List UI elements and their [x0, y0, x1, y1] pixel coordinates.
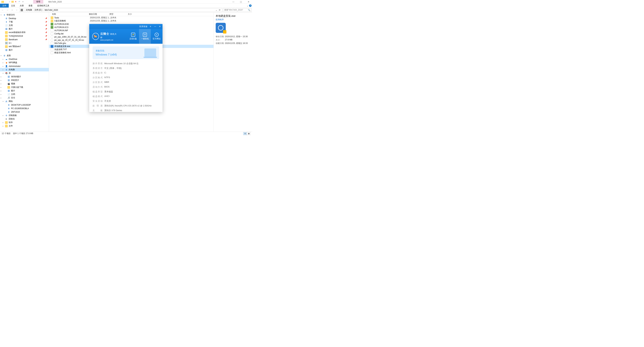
- tree-item[interactable]: ▸👤Administrator: [0, 64, 49, 68]
- file-icon: [51, 32, 53, 35]
- breadcrumb-part[interactable]: 此电脑: [26, 8, 32, 11]
- tree-item[interactable]: ▸☁OneDrive: [0, 57, 49, 61]
- tree-recycle-bin[interactable]: 🗑回收站: [0, 117, 49, 121]
- undo-icon[interactable]: ↶: [18, 0, 21, 3]
- tree-item[interactable]: Bandicam📌: [0, 38, 49, 41]
- logo-knight-icon: 🐎: [92, 33, 99, 40]
- tree-network[interactable]: ▾🖧网络: [0, 100, 49, 103]
- maximize-button[interactable]: ▢: [237, 0, 245, 4]
- nav-official-site[interactable]: e官方网址: [151, 29, 162, 44]
- tree-item[interactable]: 🖥PC-20190530OBLA: [0, 107, 49, 110]
- tree-item[interactable]: ▸文件: [0, 124, 49, 128]
- tree-item[interactable]: YUNQISHI2019📌: [0, 34, 49, 38]
- breadcrumb[interactable]: › 此电脑 › 文档 (E:) › Win7x64_2020 ⌄ ⟳: [20, 8, 222, 12]
- tree-quick-access[interactable]: ▾★快速访问: [0, 13, 49, 16]
- details-app-icon: [216, 23, 226, 33]
- tree-item[interactable]: 🖥DESKTOP-LSSOEDP: [0, 103, 49, 107]
- file-name: 硬盘安装教程.html: [54, 51, 90, 54]
- dialog-close-button[interactable]: ✕: [158, 25, 162, 28]
- tree-item[interactable]: ▸🖼本机照片: [0, 78, 49, 82]
- tree-this-pc[interactable]: ▸🖥此电脑: [0, 68, 49, 71]
- prepare-install-box: 准备安装: Windows 7 (x64): [92, 46, 159, 59]
- dialog-minimize-button[interactable]: —: [154, 25, 157, 28]
- ribbon-tab-share[interactable]: 共享: [18, 4, 26, 7]
- column-size[interactable]: 大小: [126, 13, 143, 15]
- view-details-button[interactable]: ☰: [243, 132, 247, 135]
- nav-one-click-install[interactable]: ⬇一键装机: [139, 29, 151, 44]
- info-value: AHCI: [104, 95, 110, 98]
- tree-label: 图片: [11, 89, 15, 92]
- expand-ribbon-icon[interactable]: ⌄: [247, 4, 248, 7]
- info-label: 启动方式: [92, 85, 103, 88]
- dialog-menu-button[interactable]: ≡: [149, 25, 152, 28]
- tree-control-panel[interactable]: ▸⚙控制面板: [0, 114, 49, 117]
- ribbon-tab-apptools[interactable]: 应用程序工具: [35, 4, 52, 7]
- tree-item[interactable]: ⬇下载📌: [0, 20, 49, 24]
- picture-icon: 🖼: [8, 89, 10, 92]
- tree-item[interactable]: 🖼图片: [0, 48, 49, 52]
- contact-support-link[interactable]: 联系客服: [139, 25, 148, 28]
- nav-up-button[interactable]: ↑: [15, 8, 19, 12]
- breadcrumb-part[interactable]: 文档 (E:): [34, 8, 42, 11]
- tree-item[interactable]: 📄文档📌: [0, 24, 49, 27]
- tree-item[interactable]: ▸📄文档: [0, 92, 49, 96]
- video-icon: 🎬: [8, 82, 10, 85]
- tree-item[interactable]: ▸软件: [0, 121, 49, 124]
- manage-tab[interactable]: 管理: [33, 0, 43, 3]
- pin-icon: 📌: [45, 17, 47, 19]
- search-input[interactable]: 搜索"Win7x64_2020" 🔍: [223, 8, 252, 12]
- file-type: 文件夹: [110, 16, 129, 19]
- column-type[interactable]: 类型: [108, 13, 126, 15]
- tree-item[interactable]: 💽G:\: [0, 41, 49, 45]
- column-name[interactable]: 名称: [49, 13, 88, 15]
- tree-item[interactable]: excel表格制作求和📌: [0, 31, 49, 34]
- info-value: NTFS: [104, 76, 110, 79]
- qat-folder-icon[interactable]: [12, 1, 14, 3]
- info-label: 安全启动: [92, 100, 103, 103]
- tree-libraries[interactable]: ▾📚库: [0, 71, 49, 75]
- column-date[interactable]: 修改日期: [88, 13, 108, 15]
- close-red-icon[interactable]: ✕: [14, 0, 18, 3]
- usb-icon: ⚡: [131, 33, 135, 37]
- tree-item[interactable]: win7重装win7: [0, 45, 49, 48]
- file-row[interactable]: Tools 2020/12/25, 星期五 1... 文件夹: [49, 16, 214, 19]
- close-button[interactable]: ✕: [245, 0, 252, 4]
- nav-recent-button[interactable]: ▾: [10, 8, 14, 12]
- tree-item[interactable]: ▸◆WPS网盘: [0, 61, 49, 64]
- help-icon[interactable]: ?: [249, 4, 252, 7]
- ribbon-tab-home[interactable]: 主页: [9, 4, 18, 7]
- nav-boot-usb[interactable]: ⚡启动U盘: [127, 29, 139, 44]
- tree-item[interactable]: ▸🖼图片: [0, 89, 49, 92]
- qat-more-icon[interactable]: ▾: [21, 0, 25, 3]
- file-date: 2020/12/25, 星期五 1...: [90, 16, 110, 19]
- navigation-tree[interactable]: ▾★快速访问 🖥Desktop📌 ⬇下载📌 📄文档📌 🖼图片📌 excel表格制…: [0, 12, 49, 132]
- tree-item[interactable]: ▸🖼保存的图片: [0, 75, 49, 78]
- file-row[interactable]: U盘安装教程 2020/12/25, 星期五 1... 文件夹: [49, 19, 214, 22]
- folder-icon: [5, 31, 8, 34]
- detail-value: 2020/12/25, 星期五 16:33: [225, 42, 248, 45]
- refresh-icon[interactable]: ⟳: [218, 9, 221, 11]
- tree-item[interactable]: ▸天翼云盘下载: [0, 85, 49, 89]
- check-icon[interactable]: ✓: [8, 0, 12, 3]
- tree-label: ZMT2019: [11, 111, 20, 113]
- tree-desktop[interactable]: ▾🖥桌面: [0, 54, 49, 57]
- breadcrumb-part[interactable]: Win7x64_2020: [44, 9, 58, 11]
- search-icon[interactable]: 🔍: [248, 9, 250, 11]
- nav-forward-button[interactable]: →: [5, 8, 10, 12]
- tree-item[interactable]: ▸🎬视频: [0, 82, 49, 85]
- breadcrumb-dropdown-icon[interactable]: ⌄: [215, 9, 218, 11]
- minimize-button[interactable]: —: [230, 0, 237, 4]
- dialog-titlebar[interactable]: . 联系客服 ≡ — ✕: [89, 24, 162, 29]
- tree-item[interactable]: 🖼图片📌: [0, 27, 49, 31]
- file-name: Config.dat: [54, 32, 90, 35]
- ribbon-tab-view[interactable]: 查看: [26, 4, 35, 7]
- nav-back-button[interactable]: ←: [1, 8, 5, 12]
- detail-row: 修改日期:2020/10/12, 星期一 15:30: [216, 35, 250, 38]
- user-icon: 👤: [5, 65, 8, 67]
- folder-icon[interactable]: [1, 1, 4, 3]
- tree-item[interactable]: 🖥ZMT2019: [0, 110, 49, 114]
- view-icons-button[interactable]: ▦: [247, 132, 250, 135]
- tree-item[interactable]: ▸🎵音乐: [0, 96, 49, 100]
- tree-item[interactable]: 🖥Desktop📌: [0, 16, 49, 20]
- ribbon-tab-file[interactable]: 文件: [0, 4, 9, 7]
